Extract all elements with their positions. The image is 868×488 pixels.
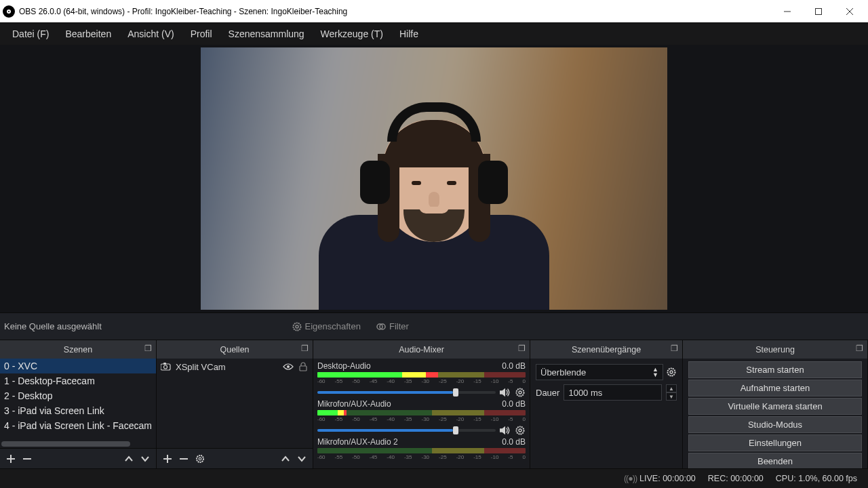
menu-file[interactable]: Datei (F) xyxy=(5,26,56,42)
svg-rect-1 xyxy=(816,8,822,14)
gear-icon[interactable] xyxy=(515,387,526,398)
svg-point-27 xyxy=(668,369,675,376)
control-button[interactable]: Virtuelle Kamera starten xyxy=(688,398,862,415)
move-down-icon[interactable] xyxy=(140,453,151,464)
control-button[interactable]: Studio-Modus xyxy=(688,416,862,433)
scrollbar-thumb[interactable] xyxy=(1,441,130,447)
svg-rect-11 xyxy=(161,364,170,370)
gear-icon[interactable] xyxy=(195,453,205,464)
docks-row: Szenen ❐ 0 - XVC 1 - Desktop-Facecam 2 -… xyxy=(0,340,868,468)
control-button[interactable]: Stream starten xyxy=(688,361,862,378)
preview-area[interactable] xyxy=(0,45,868,312)
menu-help[interactable]: Hilfe xyxy=(393,26,425,42)
speaker-icon[interactable] xyxy=(500,387,511,398)
source-item[interactable]: XSplit VCam xyxy=(157,359,313,375)
volume-slider[interactable] xyxy=(317,391,496,394)
menu-scenecollection[interactable]: Szenensammlung xyxy=(222,26,311,42)
lock-icon[interactable] xyxy=(298,361,309,372)
duration-label: Dauer xyxy=(536,388,559,398)
chevron-updown-icon: ▲▼ xyxy=(652,367,658,378)
scenes-header: Szenen ❐ xyxy=(0,340,156,359)
source-toolbar: Keine Quelle ausgewählt Eigenschaften Fi… xyxy=(0,312,868,340)
mixer-channel: Desktop-Audio0.0 dB-60-55-50-45-40-35-30… xyxy=(317,361,526,398)
camera-icon xyxy=(161,361,172,372)
duration-input[interactable]: 1000 ms xyxy=(564,384,662,401)
scene-item[interactable]: 3 - iPad via Screen Link xyxy=(0,403,156,418)
svg-point-28 xyxy=(670,371,673,373)
source-name: XSplit VCam xyxy=(176,362,226,372)
controls-dock: Steuerung ❐ Stream startenAufnahme start… xyxy=(683,340,868,468)
statusbar: LIVE: 00:00:00 REC: 00:00:00 CPU: 1.0%, … xyxy=(0,468,868,488)
sources-dock: Quellen ❐ XSplit VCam xyxy=(157,340,313,468)
svg-point-20 xyxy=(199,458,201,460)
close-button[interactable] xyxy=(834,0,865,22)
undock-icon[interactable]: ❐ xyxy=(299,343,310,354)
gear-icon[interactable] xyxy=(515,425,526,436)
remove-icon[interactable] xyxy=(22,453,33,464)
volume-slider[interactable] xyxy=(317,429,496,432)
audio-meter xyxy=(317,448,526,453)
mixer-dock: Audio-Mixer ❐ Desktop-Audio0.0 dB-60-55-… xyxy=(313,340,530,468)
minimize-button[interactable] xyxy=(772,0,803,22)
scene-item[interactable]: 0 - XVC xyxy=(0,359,156,373)
scene-item[interactable]: 1 - Desktop-Facecam xyxy=(0,373,156,388)
audio-meter xyxy=(317,372,526,378)
menu-view[interactable]: Ansicht (V) xyxy=(121,26,180,42)
maximize-button[interactable] xyxy=(803,0,834,22)
speaker-icon[interactable] xyxy=(500,425,511,436)
scenes-list[interactable]: 0 - XVC 1 - Desktop-Facecam 2 - Desktop … xyxy=(0,359,156,448)
sources-list[interactable]: XSplit VCam xyxy=(157,359,313,448)
move-up-icon[interactable] xyxy=(280,453,291,464)
transition-select[interactable]: Überblende ▲▼ xyxy=(536,364,663,380)
duration-stepper[interactable]: ▲▼ xyxy=(666,384,677,401)
add-icon[interactable] xyxy=(5,453,16,464)
svg-marker-21 xyxy=(500,388,505,396)
undock-icon[interactable]: ❐ xyxy=(669,343,679,354)
svg-point-23 xyxy=(519,391,521,394)
add-icon[interactable] xyxy=(162,453,173,464)
sources-header: Quellen ❐ xyxy=(157,340,313,359)
mixer-list: Desktop-Audio0.0 dB-60-55-50-45-40-35-30… xyxy=(313,359,530,468)
obs-logo-icon xyxy=(3,5,15,18)
filters-button[interactable]: Filter xyxy=(372,320,413,333)
menu-edit[interactable]: Bearbeiten xyxy=(58,26,118,42)
scene-item[interactable]: 2 - Desktop xyxy=(0,388,156,403)
svg-rect-15 xyxy=(300,366,307,371)
scene-item[interactable]: 4 - iPad via Screen Link - Facecam xyxy=(0,418,156,433)
svg-point-5 xyxy=(296,325,298,328)
properties-label: Eigenschaften xyxy=(305,321,361,331)
controls-header: Steuerung ❐ xyxy=(683,340,867,359)
svg-point-19 xyxy=(197,455,203,462)
live-status: LIVE: 00:00:00 xyxy=(624,474,696,483)
menu-tools[interactable]: Werkzeuge (T) xyxy=(314,26,390,42)
move-up-icon[interactable] xyxy=(123,453,134,464)
remove-icon[interactable] xyxy=(178,453,189,464)
move-down-icon[interactable] xyxy=(296,453,307,464)
svg-marker-24 xyxy=(500,426,505,434)
undock-icon[interactable]: ❐ xyxy=(516,343,527,354)
titlebar: OBS 26.0.0 (64-bit, windows) - Profil: I… xyxy=(0,0,868,22)
svg-point-26 xyxy=(519,429,521,432)
channel-name: Mikrofon/AUX-Audio 2 xyxy=(317,437,398,447)
control-button[interactable]: Beenden xyxy=(688,453,862,468)
audio-meter xyxy=(317,410,526,415)
channel-name: Mikrofon/AUX-Audio xyxy=(317,399,391,409)
control-button[interactable]: Einstellungen xyxy=(688,434,862,451)
gear-icon xyxy=(292,321,302,332)
channel-db: 0.0 dB xyxy=(502,399,526,409)
properties-button[interactable]: Eigenschaften xyxy=(288,320,365,333)
undock-icon[interactable]: ❐ xyxy=(854,343,865,354)
filter-icon xyxy=(376,321,387,332)
channel-name: Desktop-Audio xyxy=(317,361,371,371)
undock-icon[interactable]: ❐ xyxy=(142,343,153,354)
svg-point-4 xyxy=(293,323,300,330)
menu-profile[interactable]: Profil xyxy=(184,26,219,42)
gear-icon[interactable] xyxy=(666,367,677,378)
no-source-label: Keine Quelle ausgewählt xyxy=(4,321,102,331)
mixer-header: Audio-Mixer ❐ xyxy=(313,340,530,359)
control-button[interactable]: Aufnahme starten xyxy=(688,380,862,396)
preview-frame xyxy=(201,47,667,310)
eye-icon[interactable] xyxy=(283,361,294,372)
window-title: OBS 26.0.0 (64-bit, windows) - Profil: I… xyxy=(19,7,772,16)
mixer-channel: Mikrofon/AUX-Audio 20.0 dB-60-55-50-45-4… xyxy=(317,437,526,460)
